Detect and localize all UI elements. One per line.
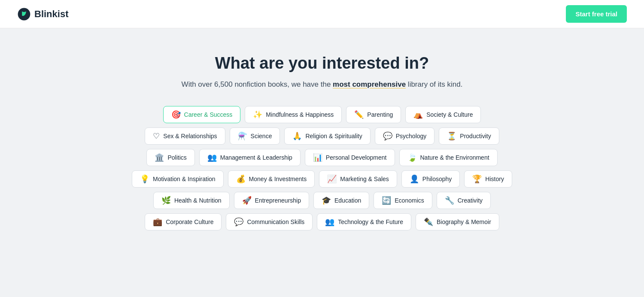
cat-chip-communication-skills[interactable]: 💬Communication Skills: [226, 213, 313, 230]
cat-chip-technology-the-future[interactable]: 👥Technology & the Future: [317, 213, 411, 230]
cat-chip-sex-relationships[interactable]: ♡Sex & Relationships: [145, 127, 225, 145]
cat-chip-history[interactable]: 🏆History: [464, 170, 512, 188]
cat-label: Creativity: [458, 197, 483, 204]
cat-icon-2: 📈: [327, 175, 337, 183]
cat-icon-3: ✒️: [424, 218, 433, 226]
cat-icon-4: 🔧: [445, 197, 454, 204]
blinkist-logo-icon: [17, 7, 31, 21]
cat-chip-corporate-culture[interactable]: 💼Corporate Culture: [145, 213, 222, 230]
cat-icon-4: ⏳: [447, 132, 456, 140]
cat-icon-1: 💬: [234, 218, 243, 226]
cat-label: Motivation & Inspiration: [153, 176, 216, 182]
cat-icon-1: ✨: [253, 111, 262, 118]
cat-chip-management-leadership[interactable]: 👥Management & Leadership: [199, 149, 301, 166]
cat-icon-3: 🔄: [382, 197, 391, 204]
main-content: What are you interested in? With over 6,…: [0, 28, 644, 297]
start-trial-button[interactable]: Start free trial: [566, 5, 627, 23]
page-headline: What are you interested in?: [215, 54, 429, 73]
cat-label: Science: [251, 133, 272, 139]
logo-text: Blinkist: [34, 9, 68, 20]
cat-label: Personal Development: [326, 154, 387, 161]
cat-chip-marketing-sales[interactable]: 📈Marketing & Sales: [319, 170, 397, 188]
cat-chip-parenting[interactable]: ✏️Parenting: [346, 106, 401, 123]
cat-chip-health-nutrition[interactable]: 🌿Health & Nutrition: [153, 192, 230, 209]
cat-label: Marketing & Sales: [340, 176, 389, 182]
subtext-highlight: most comprehensive: [333, 80, 406, 88]
svg-point-1: [22, 12, 24, 13]
cat-icon-0: ♡: [153, 132, 160, 140]
cat-row-2: 🏛️Politics👥Management & Leadership📊Perso…: [112, 149, 532, 166]
logo-area: Blinkist: [17, 7, 68, 21]
cat-chip-science[interactable]: ⚗️Science: [230, 127, 280, 145]
cat-icon-2: 🎓: [322, 197, 331, 204]
cat-label: Mindfulness & Happiness: [266, 111, 334, 118]
cat-label: Career & Success: [184, 111, 233, 118]
cat-chip-education[interactable]: 🎓Education: [313, 192, 369, 209]
categories-container: 🎯Career & Success✨Mindfulness & Happines…: [112, 106, 532, 230]
cat-label: Management & Leadership: [220, 154, 292, 161]
cat-icon-0: 🎯: [171, 111, 181, 118]
cat-label: Biography & Memoir: [437, 218, 491, 225]
cat-chip-career-success[interactable]: 🎯Career & Success: [163, 106, 241, 123]
cat-chip-psychology[interactable]: 💬Psychology: [375, 127, 435, 145]
cat-row-5: 💼Corporate Culture💬Communication Skills👥…: [112, 213, 532, 230]
cat-label: Religion & Spirituality: [305, 133, 362, 139]
cat-icon-3: 🍃: [407, 154, 417, 161]
page-subtext: With over 6,500 nonfiction books, we hav…: [182, 80, 463, 89]
cat-label: History: [485, 176, 504, 182]
cat-chip-productivity[interactable]: ⏳Productivity: [439, 127, 499, 145]
cat-row-1: ♡Sex & Relationships⚗️Science🙏Religion &…: [112, 127, 532, 145]
cat-chip-personal-development[interactable]: 📊Personal Development: [305, 149, 395, 166]
cat-label: Society & Culture: [426, 111, 473, 118]
cat-icon-1: ⚗️: [238, 132, 247, 140]
cat-icon-2: 👥: [325, 218, 334, 226]
cat-icon-0: 💼: [153, 218, 162, 226]
cat-label: Philosophy: [422, 176, 452, 182]
cat-label: Sex & Relationships: [163, 133, 217, 139]
cat-label: Money & Investments: [249, 176, 307, 182]
cat-chip-nature-the-environment[interactable]: 🍃Nature & the Environment: [399, 149, 498, 166]
cat-chip-politics[interactable]: 🏛️Politics: [146, 149, 194, 166]
cat-chip-entrepreneurship[interactable]: 🚀Entrepreneurship: [234, 192, 309, 209]
cat-label: Productivity: [460, 133, 491, 139]
cat-label: Corporate Culture: [166, 218, 213, 225]
cat-icon-1: 🚀: [242, 197, 252, 204]
cat-chip-motivation-inspiration[interactable]: 💡Motivation & Inspiration: [132, 170, 224, 188]
cat-icon-1: 👥: [207, 154, 217, 161]
cat-label: Education: [334, 197, 361, 204]
cat-label: Communication Skills: [247, 218, 304, 225]
cat-label: Nature & the Environment: [420, 154, 489, 161]
cat-chip-economics[interactable]: 🔄Economics: [374, 192, 432, 209]
cat-row-0: 🎯Career & Success✨Mindfulness & Happines…: [112, 106, 532, 123]
cat-chip-money-investments[interactable]: 💰Money & Investments: [228, 170, 315, 188]
subtext-before: With over 6,500 nonfiction books, we hav…: [182, 80, 333, 88]
cat-chip-creativity[interactable]: 🔧Creativity: [437, 192, 491, 209]
cat-icon-1: 💰: [236, 175, 246, 183]
cat-chip-religion-spirituality[interactable]: 🙏Religion & Spirituality: [284, 127, 370, 145]
cat-label: Psychology: [396, 133, 427, 139]
cat-row-4: 🌿Health & Nutrition🚀Entrepreneurship🎓Edu…: [112, 192, 532, 209]
cat-chip-philosophy[interactable]: 👤Philosophy: [401, 170, 460, 188]
cat-chip-mindfulness-happiness[interactable]: ✨Mindfulness & Happiness: [245, 106, 342, 123]
cat-label: Health & Nutrition: [174, 197, 222, 204]
cat-label: Economics: [395, 197, 424, 204]
cat-icon-3: 💬: [383, 132, 392, 140]
subtext-after: library of its kind.: [406, 80, 462, 88]
cat-label: Technology & the Future: [338, 218, 403, 225]
cat-label: Parenting: [367, 111, 393, 118]
cat-icon-0: 🏛️: [155, 154, 164, 161]
cat-label: Entrepreneurship: [255, 197, 301, 204]
cat-icon-0: 💡: [140, 175, 149, 183]
header: Blinkist Start free trial: [0, 0, 644, 28]
cat-icon-4: 🏆: [472, 175, 482, 183]
cat-icon-2: 📊: [313, 154, 322, 161]
cat-icon-2: ✏️: [354, 111, 364, 118]
cat-icon-2: 🙏: [292, 132, 302, 140]
cat-icon-0: 🌿: [161, 197, 171, 204]
cat-icon-3: 👤: [410, 175, 419, 183]
cat-chip-biography-memoir[interactable]: ✒️Biography & Memoir: [416, 213, 499, 230]
cat-row-3: 💡Motivation & Inspiration💰Money & Invest…: [112, 170, 532, 188]
cat-label: Politics: [167, 154, 186, 161]
cat-icon-3: ⛺: [413, 111, 423, 118]
cat-chip-society-culture[interactable]: ⛺Society & Culture: [405, 106, 481, 123]
